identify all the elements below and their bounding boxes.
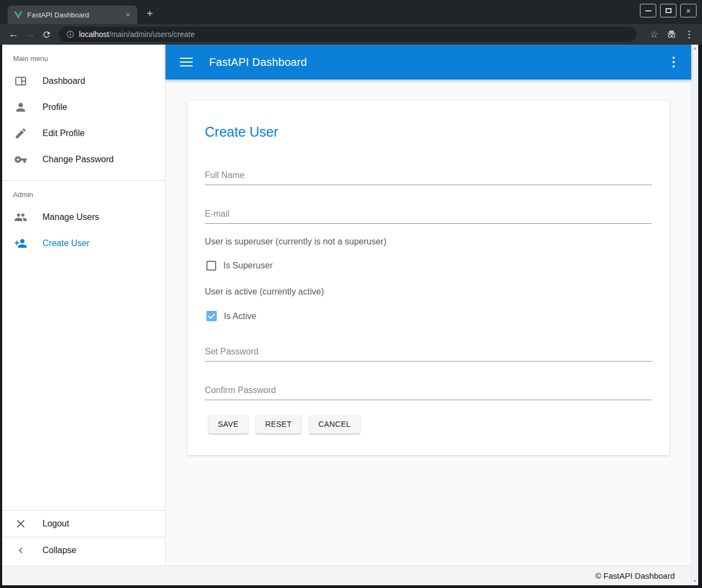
reload-icon	[42, 30, 51, 39]
main-area: FastAPI Dashboard Create User	[166, 45, 691, 566]
sidebar-item-logout[interactable]: Logout	[2, 511, 165, 537]
sidebar-item-profile[interactable]: Profile	[2, 94, 165, 120]
appbar: FastAPI Dashboard	[166, 45, 691, 79]
full-name-input[interactable]	[205, 168, 652, 185]
address-bar[interactable]: localhost/main/admin/users/create	[59, 27, 637, 42]
window-maximize-button[interactable]	[660, 4, 676, 17]
set-password-input[interactable]	[205, 345, 652, 362]
sidebar-section-admin: Admin	[2, 181, 165, 204]
superuser-checkbox[interactable]	[206, 261, 216, 271]
superuser-checkbox-row[interactable]: Is Superuser	[205, 261, 652, 271]
tab-close-icon[interactable]: ×	[123, 10, 133, 20]
appbar-title: FastAPI Dashboard	[209, 56, 307, 69]
browser-tab[interactable]: FastAPI Dashboard ×	[8, 5, 137, 24]
active-checkbox-label: Is Active	[224, 311, 257, 321]
vue-logo-icon	[14, 11, 22, 19]
set-password-field-wrap	[205, 345, 652, 362]
bookmark-star-icon[interactable]: ☆	[645, 29, 663, 40]
tab-title: FastAPI Dashboard	[27, 11, 123, 19]
forward-button[interactable]: →	[22, 28, 38, 40]
browser-titlebar: FastAPI Dashboard × + ×	[0, 0, 702, 24]
sidebar-item-edit-profile[interactable]: Edit Profile	[2, 120, 165, 146]
scroll-up-icon[interactable]: ▲	[693, 46, 697, 51]
cancel-button[interactable]: CANCEL	[309, 415, 360, 433]
sidebar-item-label: Logout	[42, 519, 69, 529]
reload-button[interactable]	[38, 30, 54, 39]
page-content: Create User User is superuser (currently…	[166, 79, 691, 566]
key-icon	[14, 153, 27, 166]
sidebar-item-label: Change Password	[42, 155, 114, 164]
superuser-hint: User is superuser (currently is not a su…	[205, 237, 652, 247]
incognito-icon	[663, 30, 680, 38]
sidebar: Main menu Dashboard	[2, 45, 166, 566]
form-actions: SAVE RESET CANCEL	[205, 415, 652, 433]
sidebar-item-manage-users[interactable]: Manage Users	[2, 204, 165, 230]
sidebar-item-label: Dashboard	[42, 76, 85, 86]
pencil-icon	[14, 127, 27, 140]
sidebar-item-label: Profile	[42, 102, 67, 112]
sidebar-item-collapse[interactable]: Collapse	[2, 537, 165, 564]
page-title: Create User	[205, 124, 652, 140]
minimize-icon	[645, 10, 651, 11]
url-path: /main/admin/users/create	[109, 30, 194, 39]
sidebar-item-label: Create User	[42, 238, 89, 248]
person-icon	[14, 101, 27, 114]
chevron-left-icon	[14, 544, 27, 557]
save-button[interactable]: SAVE	[209, 415, 248, 433]
confirm-password-field-wrap	[205, 383, 652, 400]
reset-button[interactable]: RESET	[256, 415, 301, 433]
dashboard-icon	[14, 75, 27, 88]
active-checkbox[interactable]	[206, 311, 217, 321]
page-viewport: Main menu Dashboard	[2, 45, 698, 585]
person-add-icon	[14, 237, 27, 250]
sidebar-item-label: Collapse	[42, 546, 76, 555]
group-icon	[14, 211, 27, 224]
create-user-card: Create User User is superuser (currently…	[187, 101, 669, 455]
appbar-menu-button[interactable]	[673, 57, 675, 68]
back-button[interactable]: ←	[5, 28, 22, 40]
sidebar-item-dashboard[interactable]: Dashboard	[2, 68, 165, 94]
maximize-icon	[666, 8, 672, 13]
browser-window: FastAPI Dashboard × + × ← → localhost/ma…	[0, 0, 702, 588]
confirm-password-input[interactable]	[205, 383, 652, 400]
close-icon: ×	[686, 7, 691, 15]
sidebar-item-label: Edit Profile	[42, 128, 84, 138]
browser-toolbar: ← → localhost/main/admin/users/create ☆	[0, 24, 702, 45]
vertical-scrollbar[interactable]: ▲ ▼	[691, 45, 698, 585]
url-host: localhost	[79, 30, 109, 39]
active-checkbox-row[interactable]: Is Active	[205, 311, 652, 321]
site-info-icon[interactable]	[66, 30, 74, 38]
page-footer: © FastAPI Dashboard	[2, 566, 691, 585]
email-field-wrap	[205, 207, 652, 224]
sidebar-item-create-user[interactable]: Create User	[2, 230, 165, 256]
window-minimize-button[interactable]	[640, 4, 656, 17]
email-input[interactable]	[205, 207, 652, 224]
superuser-checkbox-label: Is Superuser	[223, 261, 273, 271]
scroll-down-icon[interactable]: ▼	[693, 579, 697, 584]
sidebar-item-change-password[interactable]: Change Password	[2, 146, 165, 173]
window-close-button[interactable]: ×	[680, 4, 697, 17]
new-tab-button[interactable]: +	[143, 7, 157, 21]
browser-menu-button[interactable]	[680, 30, 698, 39]
footer-copyright: © FastAPI Dashboard	[595, 571, 675, 580]
active-hint: User is active (currently active)	[205, 287, 652, 297]
sidebar-section-main-menu: Main menu	[2, 45, 165, 68]
hamburger-menu-icon[interactable]	[180, 58, 193, 66]
full-name-field-wrap	[205, 168, 652, 185]
close-icon	[14, 517, 27, 530]
sidebar-item-label: Manage Users	[42, 212, 99, 222]
